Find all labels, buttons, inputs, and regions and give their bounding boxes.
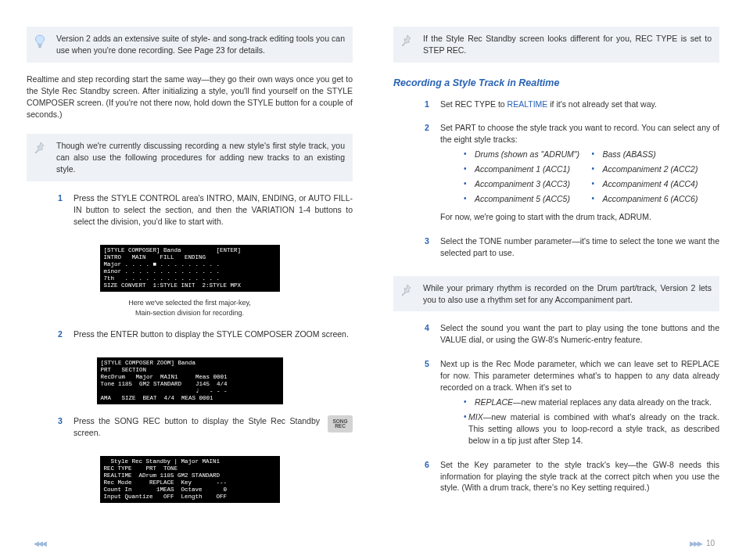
step-text: Select the sound you want the part to pl…	[440, 322, 719, 346]
chevron-right-icon: ▶▶▶	[690, 540, 701, 547]
lightbulb-icon	[31, 33, 48, 48]
step-text: Set the Key parameter to the style track…	[440, 459, 719, 494]
rec-mode-options: •REPLACE—new material replaces any data …	[464, 397, 719, 447]
r-step-6: 6 Set the Key parameter to the style tra…	[425, 459, 719, 497]
note-box-existing-style: Though we're currently discussing record…	[27, 134, 353, 181]
note-box-rec-type: If the Style Rec Standby screen looks di…	[393, 27, 719, 63]
screenshot-style-rec-standby: Style Rec Standby | Major MAIN1 REC TYPE…	[100, 456, 280, 503]
step-number: 2	[58, 328, 74, 343]
step-number: 5	[425, 358, 440, 449]
r-step-5: 5 Next up is the Rec Mode parameter, whi…	[425, 358, 719, 449]
step-number: 3	[58, 415, 74, 442]
r-step-4: 4 Select the sound you want the part to …	[425, 322, 719, 349]
realtime-link[interactable]: REALTIME	[507, 99, 548, 109]
r-step-2: 2 Set PART to choose the style track you…	[425, 122, 719, 225]
step-text: Press the ENTER button to display the ST…	[74, 328, 353, 340]
step-text: Set REC TYPE to REALTIME if it's not alr…	[440, 99, 719, 110]
step-text: Next up is the Rec Mode parameter, which…	[440, 358, 719, 393]
r-step-1: 1 Set REC TYPE to REALTIME if it's not a…	[425, 99, 719, 113]
svg-rect-2	[38, 47, 41, 48]
step-number: 3	[425, 235, 440, 262]
step-2: 2 Press the ENTER button to display the …	[58, 328, 353, 343]
pin-icon	[398, 282, 415, 296]
pin-icon	[398, 33, 415, 47]
step-text: Press the STYLE CONTROL area's INTRO, MA…	[74, 192, 353, 228]
page-number: 10	[706, 539, 715, 547]
left-column: Version 2 adds an extensive suite of sty…	[27, 22, 357, 544]
section-heading: Recording a Style Track in Realtime	[393, 77, 719, 91]
tip-text: Version 2 adds an extensive suite of sty…	[56, 33, 345, 56]
song-rec-button-graphic: SONG REC	[328, 415, 353, 433]
screenshot-caption: Here we've selected the first major-key,…	[128, 298, 251, 318]
option-mix: •MIX—new material is combined with what'…	[464, 411, 719, 447]
note-box-rhythm-set: While your primary rhythm is recorded on…	[393, 276, 719, 312]
step-text: Set PART to choose the style track you w…	[440, 122, 719, 145]
step-3: 3 SONG REC Press the SONG REC button to …	[58, 415, 353, 442]
footer-next[interactable]: ▶▶▶ 10	[687, 538, 715, 549]
step-text: Press the SONG REC button to display the…	[74, 415, 353, 439]
step-number: 4	[425, 322, 440, 349]
step-text: Select the TONE number parameter—it's ti…	[440, 235, 719, 259]
step-number: 1	[58, 192, 74, 231]
option-replace: •REPLACE—new material replaces any data …	[464, 397, 719, 408]
pin-icon	[31, 140, 48, 154]
step-number: 1	[425, 99, 440, 113]
step-number: 2	[425, 122, 440, 225]
col-a: •Drums (shown as "ADRUM") •Accompaniment…	[464, 149, 592, 208]
intro-paragraph: Realtime and step recording start the sa…	[27, 74, 353, 120]
screenshot-style-composer-zoom: [STYLE COMPOSER ZOOM] Banda PRT SECTION …	[97, 357, 283, 404]
step-2-after: For now, we're going to start with the d…	[440, 211, 719, 223]
r-step-3: 3 Select the TONE number parameter—it's …	[425, 235, 719, 262]
note-text: While your primary rhythm is recorded on…	[423, 282, 712, 306]
footer-prev[interactable]: ◀◀◀	[31, 538, 48, 549]
col-b: •Bass (ABASS) •Accompaniment 2 (ACC2) •A…	[592, 149, 720, 208]
note-text: Though we're currently discussing record…	[56, 140, 345, 175]
right-column: If the Style Rec Standby screen looks di…	[389, 22, 719, 544]
chevron-left-icon: ◀◀◀	[34, 540, 45, 547]
step-number: 6	[425, 459, 440, 497]
tip-box-version2: Version 2 adds an extensive suite of sty…	[27, 27, 353, 63]
note-text: If the Style Rec Standby screen looks di…	[423, 33, 712, 56]
step-1: 1 Press the STYLE CONTROL area's INTRO, …	[58, 192, 353, 231]
svg-rect-0	[38, 45, 42, 45]
svg-rect-1	[38, 46, 41, 47]
screenshot-style-composer: [STYLE COMPOSER] Banda [ENTER] INTRO MAI…	[100, 245, 280, 292]
style-tracks-list: •Drums (shown as "ADRUM") •Accompaniment…	[464, 149, 719, 208]
